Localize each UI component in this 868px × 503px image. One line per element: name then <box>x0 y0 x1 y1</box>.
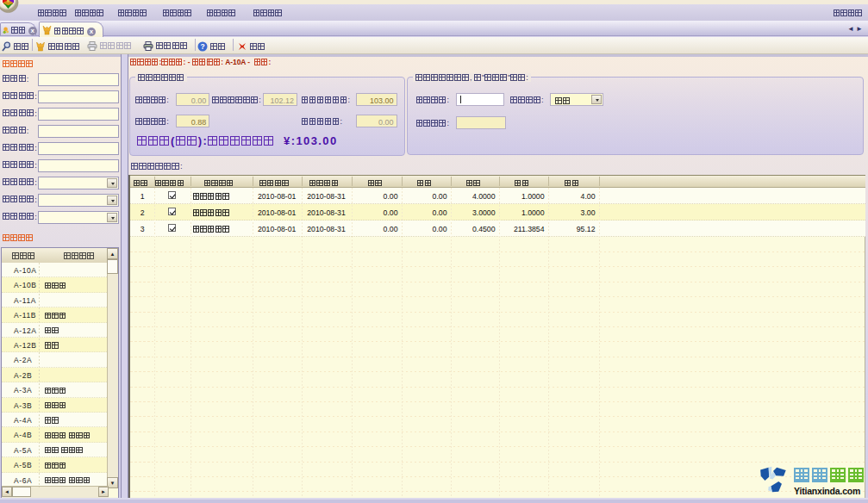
svg-text:?: ? <box>200 41 204 50</box>
